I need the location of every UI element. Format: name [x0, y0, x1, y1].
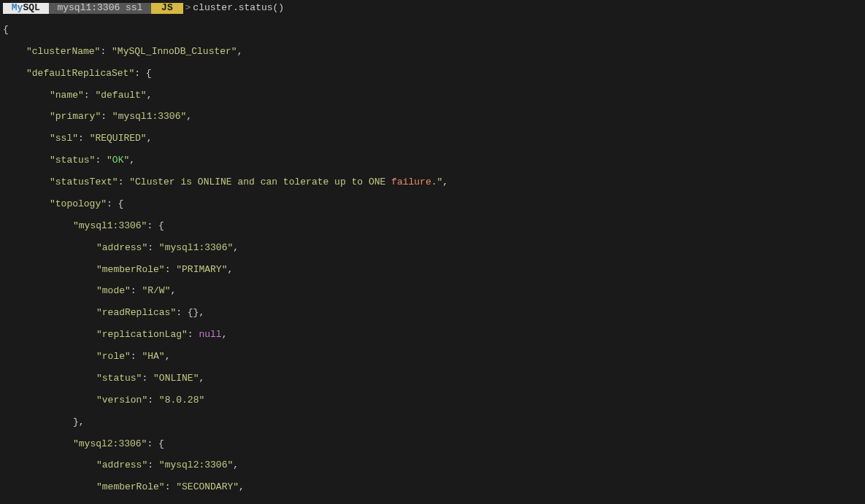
name-line: "name": "default", [3, 90, 862, 101]
node1-mode: "mode": "R/W", [3, 286, 862, 297]
prompt-line[interactable]: MySQL mysql1:3306 ssl JS > cluster.statu… [3, 3, 862, 14]
node2-key-line: "mysql2:3306": { [3, 439, 862, 450]
node1-memberrole: "memberRole": "PRIMARY", [3, 265, 862, 276]
brace-open: { [3, 25, 862, 36]
node1-address: "address": "mysql1:3306", [3, 243, 862, 254]
command-input[interactable]: cluster.status() [193, 3, 284, 14]
node1-replicationlag: "replicationLag": null, [3, 330, 862, 341]
mysql-badge-pre: My [12, 2, 23, 13]
default-replicaset-line: "defaultReplicaSet": { [3, 69, 862, 80]
ssl-line: "ssl": "REQUIRED", [3, 133, 862, 144]
status-line: "status": "OK", [3, 155, 862, 166]
node1-close: }, [3, 417, 862, 428]
topology-line: "topology": { [3, 199, 862, 210]
node2-address: "address": "mysql2:3306", [3, 460, 862, 471]
json-output: { "clusterName": "MySQL_InnoDB_Cluster",… [3, 14, 862, 504]
mysql-badge: MySQL [3, 3, 49, 14]
node1-readreplicas: "readReplicas": {}, [3, 308, 862, 319]
node2-memberrole: "memberRole": "SECONDARY", [3, 482, 862, 493]
host-badge: mysql1:3306 ssl [49, 3, 152, 14]
node1-role: "role": "HA", [3, 352, 862, 363]
node1-version: "version": "8.0.28" [3, 395, 862, 406]
status-text-line: "statusText": "Cluster is ONLINE and can… [3, 177, 862, 188]
cluster-name-line: "clusterName": "MySQL_InnoDB_Cluster", [3, 47, 862, 58]
node1-key-line: "mysql1:3306": { [3, 221, 862, 232]
node1-status: "status": "ONLINE", [3, 373, 862, 384]
mysql-badge-post: SQL [23, 2, 39, 13]
js-badge: JS [151, 3, 182, 14]
primary-line: "primary": "mysql1:3306", [3, 112, 862, 123]
prompt-arrow: > [183, 3, 193, 14]
